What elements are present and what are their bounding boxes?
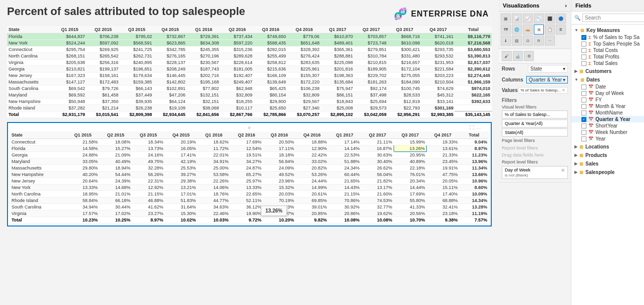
rows-value[interactable]: State ▾ xyxy=(528,65,568,72)
field-top-sales[interactable]: Σ Top Sales People Sa xyxy=(571,40,644,47)
viz-icon-11[interactable]: 📋 xyxy=(545,24,555,34)
state-cell: Florida xyxy=(7,34,53,40)
filter-chip-2[interactable]: Quarter & Year(All) xyxy=(502,120,568,128)
fields-panel-title: Fields xyxy=(575,2,591,8)
value-cell: $18,255 xyxy=(220,98,254,105)
col-header-q4-2015: Q4 2015 xyxy=(153,26,187,34)
field-week-number[interactable]: 📅 Week Number xyxy=(571,129,644,136)
viz-icon-4[interactable]: 📉 xyxy=(534,14,544,24)
field-total-profits[interactable]: Σ Total Profits xyxy=(571,54,644,60)
pct-cell: 14.14% xyxy=(329,146,361,152)
columns-value[interactable]: Quarter & Year ▾ xyxy=(526,76,568,84)
qy-checkbox[interactable]: ✓ xyxy=(581,117,586,122)
value-cell: $21,214 xyxy=(87,105,120,112)
field-short-year[interactable]: 📅 ShortYear xyxy=(571,122,644,129)
date-checkbox[interactable] xyxy=(581,84,586,90)
value-cell: $61,458 xyxy=(87,92,120,98)
values-chip[interactable]: % of Sales to Salesp... ✕ xyxy=(518,87,568,94)
field-group-locations-header[interactable]: ▶ ⊞ Locations xyxy=(571,143,644,150)
report-filter-chip[interactable]: Day of Week ✕ is not (Blank) xyxy=(502,166,568,179)
dow-checkbox[interactable] xyxy=(581,91,586,96)
viz-icon-16[interactable]: R xyxy=(534,36,544,46)
yr-checkbox[interactable] xyxy=(581,136,586,142)
viz-icon-1[interactable]: ▦ xyxy=(501,14,511,24)
field-pct-sales[interactable]: ✓ Σ % of Sales to Top Sa xyxy=(571,34,644,40)
pct-cell: 18.95% xyxy=(67,191,99,198)
value-cell: $166,109 xyxy=(254,72,287,79)
pct-cell: 17.02% xyxy=(99,210,132,217)
col2-header-q4-2016: Q4 2016 xyxy=(295,132,328,139)
my-label: Month & Year xyxy=(595,104,625,109)
viz-icon-7[interactable]: 🗺 xyxy=(501,24,511,34)
viz-icon-15[interactable]: Ω xyxy=(523,36,533,46)
field-group-salespeople-header[interactable]: ▶ ⊞ Salespeople xyxy=(571,168,644,176)
viz-icon-table[interactable]: ⊞ xyxy=(534,24,544,34)
columns-dropdown-arrow[interactable]: ▾ xyxy=(563,77,565,82)
drag-handle[interactable]: ≡ xyxy=(248,125,251,130)
total-sales-checkbox[interactable] xyxy=(581,61,586,66)
viz-icon-2[interactable]: 📊 xyxy=(512,14,522,24)
total-profits-checkbox[interactable] xyxy=(581,54,586,60)
field-fy[interactable]: 📅 FY xyxy=(571,96,644,103)
field-total-costs[interactable]: Σ Total Costs xyxy=(571,47,644,54)
my-checkbox[interactable] xyxy=(581,104,586,109)
field-month-year[interactable]: 📅 Month & Year xyxy=(571,103,644,110)
format-icon[interactable]: 🖌 xyxy=(502,51,512,61)
date-label: Date xyxy=(595,84,606,90)
pct-sales-checkbox[interactable]: ✓ xyxy=(581,35,586,40)
field-quarter-year[interactable]: ✓ 📅 Quarter & Year xyxy=(571,116,644,122)
yr-label: Year xyxy=(595,136,605,142)
viz-icon-12[interactable]: Ⅲ xyxy=(556,24,566,34)
field-group-customers-header[interactable]: ▶ ⊞ Customers xyxy=(571,68,644,75)
field-total-sales[interactable]: Σ Total Sales xyxy=(571,60,644,66)
search-input[interactable] xyxy=(582,14,644,22)
report-filter-remove[interactable]: ✕ xyxy=(561,168,565,173)
analytics-icon[interactable]: 🔬 xyxy=(513,51,523,61)
fy-checkbox[interactable] xyxy=(581,98,586,102)
pct-cell: 17.41% xyxy=(165,152,197,158)
viz-icon-9[interactable]: 🥧 xyxy=(523,24,533,34)
viz-icon-5[interactable]: ⬛ xyxy=(545,14,555,24)
wn-checkbox[interactable] xyxy=(581,130,586,135)
value-cell: $79,726 xyxy=(87,86,120,92)
pct-cell: 23.18% xyxy=(427,210,459,217)
drill-icon[interactable]: ⚙ xyxy=(524,51,534,61)
field-group-products-header[interactable]: ▶ ⊞ Products xyxy=(571,152,644,159)
value-cell: $3,680,553 xyxy=(455,46,492,53)
viz-icon-3[interactable]: 📈 xyxy=(523,14,533,24)
field-group-sales-header[interactable]: ▶ ⊞ Sales xyxy=(571,160,644,168)
field-monthname[interactable]: 📅 MonthName xyxy=(571,110,644,116)
pct-cell: 53.58% xyxy=(197,172,230,178)
total-costs-checkbox[interactable] xyxy=(581,48,586,53)
value-cell: $199,137 xyxy=(87,66,120,72)
rows-dropdown-arrow[interactable]: ▾ xyxy=(563,66,565,72)
field-group-dates-header[interactable]: ▼ ⊞ Dates xyxy=(571,76,644,84)
top-sales-checkbox[interactable] xyxy=(581,42,586,46)
values-x-icon[interactable]: ✕ xyxy=(562,88,565,92)
viz-icon-8[interactable]: 🌐 xyxy=(512,24,522,34)
field-day-of-week[interactable]: 📅 Day of Week xyxy=(571,90,644,96)
filter-chip-3[interactable]: State(All) xyxy=(502,128,568,136)
resize-icon[interactable]: ⛶ xyxy=(470,125,474,130)
value-cell: $155,307 xyxy=(287,72,321,79)
field-date[interactable]: 📅 Date xyxy=(571,84,644,90)
value-cell: $749,650 xyxy=(254,34,287,40)
pct-cell: 12.92% xyxy=(132,184,165,191)
viz-icon-13[interactable]: 🌡 xyxy=(501,36,511,46)
pct-cell: 7.57% xyxy=(459,217,489,224)
viz-icon-14[interactable]: ▧ xyxy=(512,36,522,46)
field-group-key-measures-header[interactable]: ▼ ⊞ Key Measures xyxy=(571,26,644,34)
value-cell: $181,263 xyxy=(355,79,388,86)
value-cell: $610,098 xyxy=(388,40,422,46)
mn-checkbox[interactable] xyxy=(581,110,586,116)
field-year[interactable]: 📅 Year xyxy=(571,136,644,142)
sy-checkbox[interactable] xyxy=(581,124,586,128)
viz-icon-17[interactable]: ··· xyxy=(545,36,555,46)
viz-icon-6[interactable]: 🔵 xyxy=(556,14,566,24)
value-cell: $225,098 xyxy=(321,60,355,66)
pct-cell: 10.02% xyxy=(165,217,197,224)
more-icon[interactable]: … xyxy=(476,125,481,130)
state-cell: Georgia xyxy=(10,152,67,158)
viz-expand-icon[interactable]: › xyxy=(565,2,567,8)
filter-chip-1[interactable]: % of Sales to Salesp... xyxy=(502,110,568,118)
